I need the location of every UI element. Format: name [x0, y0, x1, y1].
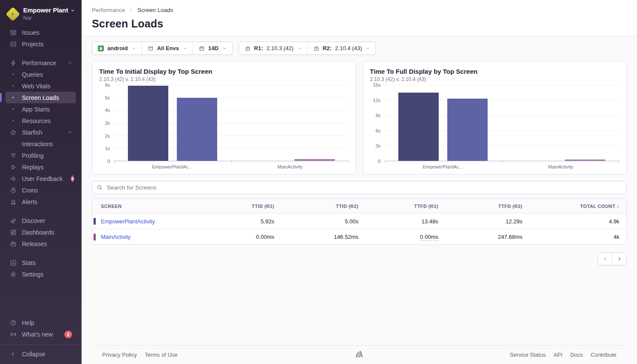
x-tick [349, 161, 349, 163]
sidebar-item-projects[interactable]: Projects [6, 38, 76, 50]
sidebar-item-crons[interactable]: Crons [6, 184, 76, 196]
bar[interactable] [565, 159, 605, 161]
bullet-icon [9, 74, 17, 75]
column-header-ttfd-r2[interactable]: TTFD (R2) [445, 204, 529, 209]
sidebar-item-help[interactable]: Help [6, 317, 76, 328]
sidebar-item-queries[interactable]: Queries [6, 69, 76, 80]
page-filter-group: android All Envs 14D [92, 42, 233, 55]
next-page-button[interactable] [612, 253, 626, 265]
sidebar-item-starfish[interactable]: Starfish [6, 126, 76, 138]
star-icon [9, 129, 17, 136]
column-header-ttid-r2[interactable]: TTID (R2) [281, 204, 365, 209]
chevron-down-icon [366, 46, 370, 51]
docs-link[interactable]: Docs [570, 352, 583, 358]
sidebar-item-label: Projects [22, 41, 44, 48]
privacy-policy-link[interactable]: Privacy Policy [102, 352, 137, 358]
contribute-link[interactable]: Contribute [591, 352, 616, 358]
clock-icon [9, 187, 17, 194]
org-name: Empower Plant [23, 7, 68, 14]
sidebar-item-profiling[interactable]: Profiling [6, 150, 76, 161]
bullet-icon [9, 85, 17, 87]
table-row[interactable]: MainActivity 0.00ms 146.52ms 0.00ms 247.… [92, 229, 626, 244]
y-tick-label: 12s [373, 97, 381, 103]
column-header-ttid-r1[interactable]: TTID (R1) [200, 204, 281, 209]
column-header-screen[interactable]: SCREEN [92, 204, 200, 209]
bullet-icon [9, 120, 17, 121]
terms-of-use-link[interactable]: Terms of Use [145, 352, 178, 358]
release-icon [313, 45, 319, 51]
bar[interactable] [294, 159, 335, 161]
sidebar-item-interactions[interactable]: Interactions [6, 138, 76, 150]
telescope-icon [9, 217, 17, 224]
release-icon [245, 45, 251, 51]
sidebar-item-label: Starfish [22, 129, 42, 136]
issues-icon [9, 29, 17, 36]
bar[interactable] [447, 99, 488, 161]
sidebar-item-label: Releases [22, 241, 47, 247]
sidebar-item-label: Collapse [22, 351, 45, 358]
search-input[interactable] [92, 181, 627, 194]
sidebar-item-whats-new[interactable]: What's new 2 [6, 328, 76, 340]
sidebar-item-discover[interactable]: Discover [6, 215, 76, 226]
cell-ttfd-r1: 0.00ms [365, 234, 445, 240]
footer: Privacy Policy Terms of Use Service Stat… [92, 345, 627, 364]
sidebar-item-app-starts[interactable]: App Starts [6, 103, 76, 115]
sidebar-item-issues[interactable]: Issues [6, 27, 76, 38]
sidebar-collapse-button[interactable]: Collapse [6, 348, 76, 360]
sidebar-item-replays[interactable]: Replays [6, 161, 76, 173]
column-header-ttfd-r1[interactable]: TTFD (R1) [365, 204, 445, 209]
table-row[interactable]: EmpowerPlantActivity 5.92s 5.00s 13.48s … [92, 214, 626, 229]
bar-group [502, 85, 619, 161]
chart-title: Time To Initial Display by Top Screen [99, 68, 349, 75]
project-filter[interactable]: android [92, 42, 142, 54]
y-tick-label: 15s [373, 82, 381, 88]
y-axis: 03s6s9s12s15s [370, 85, 385, 161]
date-range-filter[interactable]: 14D [193, 42, 232, 54]
org-switcher[interactable]: Empower Plant Nar [0, 5, 82, 27]
calendar-icon [199, 45, 205, 51]
cell-ttid-r1: 5.92s [200, 218, 281, 225]
y-tick-label: 0 [107, 158, 110, 164]
bar[interactable] [128, 86, 168, 161]
screens-table: SCREEN TTID (R1) TTID (R2) TTFD (R1) TTF… [92, 199, 627, 245]
breadcrumb-performance[interactable]: Performance [92, 7, 125, 13]
column-header-total-count[interactable]: TOTAL COUNT↓ [529, 203, 626, 209]
x-axis: EmpowerPlantAc…MainActivity [385, 164, 620, 169]
sidebar-item-label: Crons [22, 187, 38, 194]
sidebar-item-stats[interactable]: Stats [6, 257, 76, 268]
sidebar-item-user-feedback[interactable]: User Feedback B [6, 173, 76, 184]
release-1-filter[interactable]: R1: 2.10.3 (42) [239, 42, 307, 54]
pagination [92, 253, 627, 265]
sidebar-item-alerts[interactable]: Alerts [6, 196, 76, 208]
x-axis-label: MainActivity [502, 164, 619, 169]
sidebar-item-label: Queries [22, 71, 43, 78]
chart-title: Time To Full Display by Top Screen [370, 68, 620, 75]
screen-link[interactable]: MainActivity [101, 234, 130, 240]
previous-page-button[interactable] [598, 253, 612, 265]
api-link[interactable]: API [553, 352, 562, 358]
play-icon [9, 164, 17, 171]
service-status-link[interactable]: Service Status [510, 352, 546, 358]
environment-filter[interactable]: All Envs [142, 42, 193, 54]
bar[interactable] [177, 98, 217, 161]
releases-icon [9, 241, 17, 247]
release-filter-group: R1: 2.10.3 (42) R2: 2.10.4 (43) [239, 42, 376, 55]
y-tick-label: 5s [105, 95, 110, 101]
screen-color-chip [94, 218, 96, 225]
sidebar-item-label: User Feedback [22, 175, 63, 182]
screen-link[interactable]: EmpowerPlantActivity [101, 218, 155, 225]
sidebar-item-settings[interactable]: Settings [6, 268, 76, 280]
release-1-value: 2.10.3 (42) [267, 45, 294, 51]
chart-subtitle: 2.10.3 (42) v. 2.10.4 (43) [370, 76, 620, 82]
release-2-filter[interactable]: R2: 2.10.4 (43) [307, 42, 376, 54]
release-1-prefix: R1: [254, 45, 263, 51]
sidebar-item-screen-loads[interactable]: Screen Loads [6, 92, 76, 103]
sidebar-item-dashboards[interactable]: Dashboards [6, 226, 76, 238]
sidebar-item-label: Stats [22, 259, 36, 266]
sidebar-item-performance[interactable]: Performance [6, 57, 76, 69]
sidebar-item-resources[interactable]: Resources [6, 115, 76, 126]
sidebar-item-web-vitals[interactable]: Web Vitals [6, 80, 76, 92]
bar[interactable] [398, 93, 439, 161]
sidebar-item-releases[interactable]: Releases [6, 238, 76, 250]
sidebar-item-label: Interactions [22, 141, 53, 147]
